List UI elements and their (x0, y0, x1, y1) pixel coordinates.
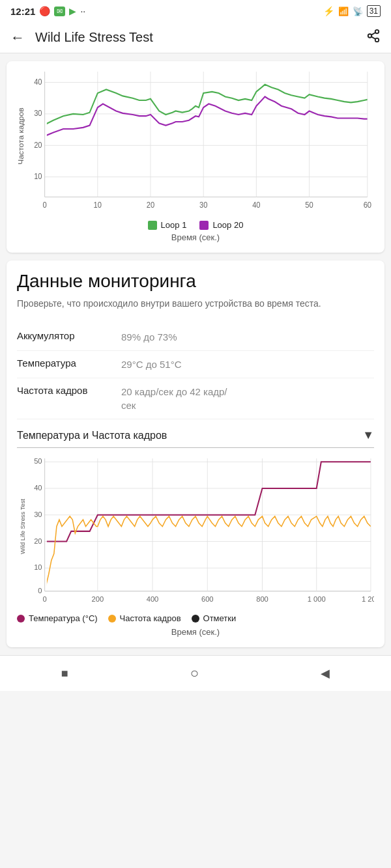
monitoring-subtitle: Проверьте, что происходило внутри вашего… (17, 297, 374, 311)
monitoring-card: Данные мониторинга Проверьте, что происх… (7, 260, 384, 647)
svg-text:800: 800 (256, 595, 268, 602)
svg-text:1 200: 1 200 (362, 595, 374, 602)
svg-text:Частота кадров: Частота кадров (17, 107, 25, 164)
fps-value: 20 кадр/сек до 42 кадр/сек (121, 385, 374, 412)
svg-text:Wild Life Stress Test: Wild Life Stress Test (20, 499, 26, 554)
signal-icon: 📶 (338, 7, 349, 16)
page-title: Wild Life Stress Test (35, 30, 366, 45)
battery-row: Аккумулятор 89% до 73% (17, 324, 374, 351)
status-bar: 12:21 🔴 ✉ ▶ ·· ⚡ 📶 📡 31 (0, 0, 391, 22)
legend-loop20: Loop 20 (199, 220, 243, 230)
bottom-chart-container: 50 40 30 20 10 0 0 200 400 600 (17, 458, 374, 608)
status-icon-more: ·· (80, 6, 85, 16)
battery-icon: 31 (367, 5, 381, 17)
temp-row: Температура 29°C до 51°C (17, 351, 374, 378)
top-chart-container: 40 30 20 10 0 10 20 30 40 50 60 (17, 72, 374, 215)
svg-text:50: 50 (305, 201, 313, 210)
svg-point-2 (375, 38, 379, 42)
legend-loop1-label: Loop 1 (161, 220, 187, 230)
svg-text:10: 10 (94, 201, 102, 210)
svg-text:40: 40 (252, 201, 261, 210)
legend-fps: Частота кадров (108, 613, 181, 623)
monitoring-title: Данные мониторинга (17, 271, 374, 292)
bluetooth-icon: ⚡ (323, 6, 334, 16)
legend-fps-color (108, 615, 116, 623)
top-chart-legend: Loop 1 Loop 20 (17, 220, 374, 230)
chevron-down-icon: ▼ (362, 428, 374, 442)
svg-text:400: 400 (147, 595, 159, 602)
svg-text:30: 30 (34, 511, 42, 518)
dropdown-label: Температура и Частота кадров (17, 430, 167, 441)
legend-marks-color (192, 615, 199, 623)
top-chart-card: 40 30 20 10 0 10 20 30 40 50 60 (7, 61, 384, 253)
status-icon-play: ▶ (69, 6, 76, 16)
svg-text:60: 60 (364, 201, 372, 210)
chart-type-dropdown[interactable]: Температура и Частота кадров ▼ (17, 419, 374, 448)
svg-text:40: 40 (34, 77, 42, 86)
svg-text:20: 20 (34, 140, 42, 149)
temp-label: Температура (17, 357, 121, 369)
svg-text:50: 50 (34, 458, 42, 465)
legend-temp-label: Температура (°C) (29, 613, 98, 623)
nav-back-button[interactable]: ◀ (321, 666, 330, 680)
status-icon-message: ✉ (54, 7, 65, 16)
legend-temp-color (17, 615, 25, 623)
bottom-chart-legend: Температура (°C) Частота кадров Отметки (17, 613, 374, 623)
legend-loop1: Loop 1 (148, 220, 187, 230)
top-chart-xlabel: Время (сек.) (17, 232, 374, 242)
svg-text:0: 0 (43, 595, 47, 602)
svg-line-3 (371, 36, 375, 39)
fps-row: Частота кадров 20 кадр/сек до 42 кадр/се… (17, 378, 374, 419)
bottom-chart-svg: 50 40 30 20 10 0 0 200 400 600 (17, 458, 374, 608)
nav-home-button[interactable]: ○ (190, 665, 199, 682)
battery-value: 89% до 73% (121, 330, 374, 344)
status-left: 12:21 🔴 ✉ ▶ ·· (10, 6, 85, 17)
legend-loop20-label: Loop 20 (212, 220, 243, 230)
svg-point-1 (368, 34, 372, 38)
legend-loop20-color (199, 221, 209, 230)
svg-text:40: 40 (34, 484, 42, 492)
svg-text:30: 30 (199, 201, 208, 210)
svg-rect-5 (47, 72, 368, 197)
svg-text:0: 0 (43, 201, 48, 210)
legend-marks-label: Отметки (203, 613, 237, 623)
back-button[interactable]: ← (10, 29, 25, 46)
fps-label: Частота кадров (17, 385, 121, 396)
svg-text:200: 200 (91, 595, 104, 602)
svg-point-0 (375, 30, 379, 34)
svg-text:20: 20 (34, 537, 42, 545)
status-icon-fire: 🔴 (39, 6, 50, 16)
legend-temp: Температура (°C) (17, 613, 98, 623)
legend-marks: Отметки (192, 613, 237, 623)
status-time: 12:21 (10, 6, 35, 17)
status-right: ⚡ 📶 📡 31 (323, 5, 381, 17)
nav-bar: ■ ○ ◀ (0, 655, 391, 691)
share-button[interactable] (366, 29, 381, 46)
svg-text:0: 0 (38, 587, 42, 595)
nav-square-button[interactable]: ■ (61, 667, 68, 680)
svg-text:30: 30 (34, 109, 42, 118)
svg-text:600: 600 (201, 595, 214, 602)
temp-value: 29°C до 51°C (121, 357, 374, 371)
battery-label: Аккумулятор (17, 330, 121, 341)
top-chart-svg: 40 30 20 10 0 10 20 30 40 50 60 (17, 72, 374, 215)
app-bar: ← Wild Life Stress Test (0, 22, 391, 53)
legend-fps-label: Частота кадров (120, 613, 181, 623)
svg-text:20: 20 (147, 201, 155, 210)
wifi-icon: 📡 (353, 7, 363, 16)
svg-text:10: 10 (34, 172, 42, 181)
legend-loop1-color (148, 221, 157, 230)
svg-line-4 (371, 33, 375, 35)
bottom-chart-xlabel: Время (сек.) (17, 627, 374, 637)
svg-text:1 000: 1 000 (308, 595, 326, 602)
svg-text:10: 10 (34, 563, 42, 571)
